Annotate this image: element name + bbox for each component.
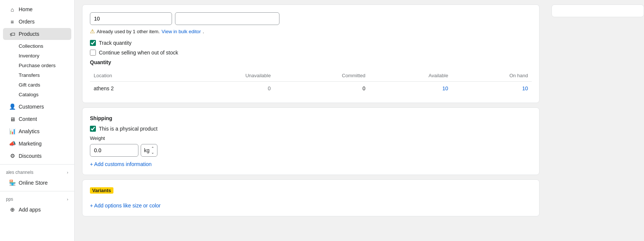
sidebar-item-online-store[interactable]: 🏪 Online Store [3,177,71,189]
main-content: ⚠ Already used by 1 other item. View in … [75,0,547,241]
analytics-label: Analytics [19,128,40,134]
sidebar-item-catalogs[interactable]: Catalogs [3,90,71,99]
sidebar-item-orders-label: Orders [19,19,35,25]
sidebar-item-analytics[interactable]: 📊 Analytics [3,125,71,137]
quantity-table-header: Location Unavailable Committed Available… [90,70,532,82]
variants-badge: Variants [90,187,113,194]
physical-product-label: This is a physical product [99,126,157,132]
products-icon: 🏷 [9,31,16,37]
continue-selling-checkbox[interactable] [90,50,96,56]
add-apps-label: Add apps [19,207,41,213]
shipping-title: Shipping [90,115,532,121]
right-panel [547,0,644,241]
sidebar-item-customers[interactable]: 👤 Customers [3,101,71,113]
col-available: Available [369,70,452,82]
cell-on-hand: 10 [452,82,532,96]
transfers-label: Transfers [19,72,40,78]
sidebar-item-gift-cards[interactable]: Gift cards [3,80,71,90]
divider-1 [0,164,74,165]
sidebar-item-home-label: Home [19,6,32,12]
quantity-title: Quantity [90,59,532,65]
apps-section: pps › [0,194,74,203]
sku-card: ⚠ Already used by 1 other item. View in … [82,4,540,103]
cell-available: 10 [369,82,452,96]
warning-suffix: . [203,29,204,34]
sku-barcode-row [90,12,532,25]
discounts-icon: ⚙ [9,153,16,159]
sku-warning: ⚠ Already used by 1 other item. View in … [90,28,532,35]
col-on-hand: On hand [452,70,532,82]
right-panel-card [551,4,644,17]
table-row: athens 2 0 0 10 10 [90,82,532,96]
track-quantity-checkbox[interactable] [90,40,96,46]
analytics-icon: 📊 [9,128,16,135]
weight-section: Weight kg ⌃⌄ [90,135,532,157]
quantity-table: Location Unavailable Committed Available… [90,70,532,95]
cell-unavailable: 0 [174,82,275,96]
online-store-label: Online Store [19,180,48,186]
unit-chevron-icon: ⌃⌄ [151,146,154,154]
sidebar-item-products[interactable]: 🏷 Products [3,28,71,40]
inventory-label: Inventory [19,53,40,59]
physical-product-checkbox[interactable] [90,126,96,132]
content-label: Content [19,116,37,122]
sku-input[interactable] [90,12,172,25]
add-options-link[interactable]: + Add options like size or color [90,203,161,209]
weight-unit-label: kg [144,147,150,153]
physical-product-row: This is a physical product [90,126,532,132]
sidebar-item-home[interactable]: ⌂ Home [3,3,71,15]
continue-selling-label: Continue selling when out of stock [99,50,178,56]
warning-icon: ⚠ [90,28,95,35]
weight-label: Weight [90,135,532,141]
apps-chevron: › [67,197,68,201]
sidebar-item-transfers[interactable]: Transfers [3,71,71,80]
orders-icon: ≡ [9,18,16,25]
sales-channels-section: ales channels › [0,167,74,176]
collections-label: Collections [19,43,43,49]
cell-location: athens 2 [90,82,174,96]
catalogs-label: Catalogs [19,92,38,97]
sidebar-item-discounts[interactable]: ⚙ Discounts [3,150,71,162]
content-icon: 🖥 [9,116,16,122]
view-bulk-editor-link[interactable]: View in bulk editor [162,29,201,34]
purchase-orders-label: Purchase orders [19,63,56,68]
col-committed: Committed [275,70,369,82]
shipping-card: Shipping This is a physical product Weig… [82,107,540,175]
sidebar-item-content[interactable]: 🖥 Content [3,113,71,125]
home-icon: ⌂ [9,6,16,13]
divider-2 [0,191,74,191]
track-quantity-row: Track quantity [90,40,532,46]
sidebar-item-products-label: Products [19,31,39,37]
sidebar: ⌂ Home ≡ Orders 🏷 Products Collections I… [0,0,75,241]
gift-cards-label: Gift cards [19,82,40,88]
cell-committed: 0 [275,82,369,96]
marketing-icon: 📣 [9,140,16,147]
add-customs-link[interactable]: + Add customs information [90,161,151,167]
sidebar-item-orders[interactable]: ≡ Orders [3,16,71,28]
sales-channels-chevron: › [67,170,68,175]
weight-row: kg ⌃⌄ [90,144,532,157]
sidebar-item-purchase-orders[interactable]: Purchase orders [3,61,71,70]
sidebar-submenu-products: Collections Inventory Purchase orders Tr… [0,40,74,100]
add-apps-icon: ⊕ [9,206,16,213]
customers-label: Customers [19,104,44,110]
weight-input[interactable] [90,144,138,157]
marketing-label: Marketing [19,141,41,147]
continue-selling-row: Continue selling when out of stock [90,50,532,56]
barcode-input[interactable] [175,12,279,25]
sidebar-item-inventory[interactable]: Inventory [3,51,71,60]
discounts-label: Discounts [19,153,41,159]
sidebar-item-marketing[interactable]: 📣 Marketing [3,138,71,150]
warning-message: Already used by 1 other item. [97,29,160,34]
online-store-icon: 🏪 [9,179,16,186]
sidebar-item-add-apps[interactable]: ⊕ Add apps [3,204,71,216]
track-quantity-label: Track quantity [99,40,131,46]
col-unavailable: Unavailable [174,70,275,82]
variants-card: Variants + Add options like size or colo… [82,179,540,216]
customers-icon: 👤 [9,103,16,110]
sidebar-item-collections[interactable]: Collections [3,41,71,51]
col-location: Location [90,70,174,82]
weight-unit-select[interactable]: kg ⌃⌄ [141,144,157,157]
